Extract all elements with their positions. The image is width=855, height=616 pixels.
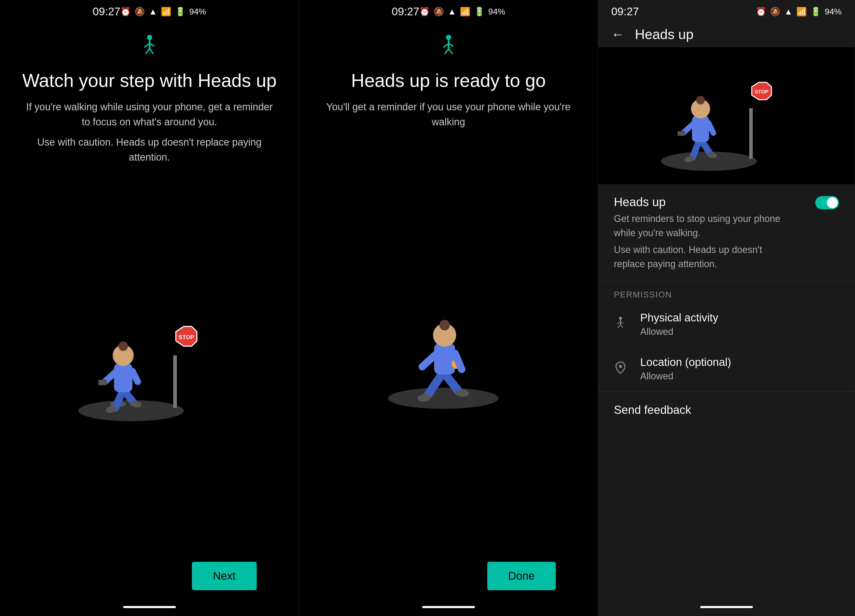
btn-area-2: Done: [320, 562, 577, 606]
svg-line-59: [621, 325, 623, 328]
svg-point-35: [439, 320, 450, 330]
heads-up-toggle[interactable]: [815, 196, 839, 209]
wifi-icon: ▲: [149, 7, 157, 17]
screen1-title: Watch your step with Heads up: [22, 69, 276, 92]
settings-illustration: STOP: [598, 48, 855, 184]
svg-line-26: [444, 49, 449, 54]
svg-rect-7: [173, 356, 177, 408]
btn-area-1: Next: [21, 562, 278, 606]
physical-activity-text: Physical activity Allowed: [640, 311, 718, 337]
svg-line-4: [146, 49, 150, 54]
signal-icon-2: 📶: [460, 6, 470, 17]
svg-point-49: [696, 96, 705, 104]
home-indicator-2: [422, 606, 475, 608]
svg-line-58: [618, 325, 621, 328]
battery-pct-3: 94%: [825, 7, 841, 17]
heads-up-title: Heads up: [614, 195, 815, 209]
illustration-1: STOP: [21, 165, 278, 562]
heads-up-setting-row: Heads up Get reminders to stop using you…: [598, 184, 855, 282]
home-indicator-1: [123, 606, 176, 608]
status-bar-1: 09:27 ⏰ 🔕 ▲ 📶 🔋 94%: [80, 0, 219, 21]
send-feedback-label: Send feedback: [614, 403, 691, 416]
status-icons-1: ⏰ 🔕 ▲ 📶 🔋 94%: [120, 6, 206, 17]
toggle-knob: [827, 197, 838, 208]
status-time-1: 09:27: [93, 5, 120, 18]
screen1-caution: Use with caution. Heads up doesn't repla…: [21, 135, 278, 165]
alarm-icon-3: ⏰: [756, 6, 766, 17]
svg-text:STOP: STOP: [755, 89, 768, 95]
status-bar-3: 09:27 ⏰ 🔕 ▲ 📶 🔋 94%: [598, 0, 855, 21]
screen-3: 09:27 ⏰ 🔕 ▲ 📶 🔋 94% ← Heads up STOP: [598, 0, 855, 616]
svg-point-28: [388, 388, 499, 409]
settings-page-title: Heads up: [635, 26, 694, 42]
walking-icon-1: [139, 34, 160, 59]
screen2-title: Heads up is ready to go: [351, 69, 546, 92]
permission-physical-activity[interactable]: Physical activity Allowed: [598, 302, 855, 347]
status-bar-2: 09:27 ⏰ 🔕 ▲ 📶 🔋 94%: [378, 0, 518, 21]
status-time-2: 09:27: [392, 5, 419, 18]
battery-icon: 🔋: [175, 6, 185, 17]
illustration-2: [320, 135, 577, 562]
screen2-subtitle: You'll get a reminder if you use your ph…: [320, 100, 577, 130]
svg-line-5: [150, 49, 153, 54]
location-status: Allowed: [640, 371, 731, 382]
settings-header: ← Heads up: [598, 21, 855, 48]
svg-rect-33: [434, 343, 455, 375]
permission-header-label: PERMISSION: [598, 282, 855, 302]
battery-pct-1: 94%: [189, 7, 206, 17]
home-indicator-3: [700, 606, 753, 608]
wifi-icon-2: ▲: [448, 7, 456, 17]
settings-body: Heads up Get reminders to stop using you…: [598, 184, 855, 606]
status-icons-3: ⏰ 🔕 ▲ 📶 🔋 94%: [756, 6, 841, 17]
svg-rect-52: [678, 131, 685, 135]
location-icon: [614, 361, 630, 377]
battery-icon-2: 🔋: [474, 6, 485, 17]
physical-activity-title: Physical activity: [640, 311, 718, 324]
signal-icon: 📶: [161, 6, 172, 17]
svg-line-21: [132, 371, 138, 382]
battery-pct-2: 94%: [488, 7, 505, 17]
back-button[interactable]: ←: [606, 24, 630, 44]
mute-icon-3: 🔕: [770, 6, 780, 17]
done-button[interactable]: Done: [487, 562, 556, 590]
alarm-icon: ⏰: [120, 6, 131, 17]
signal-icon-3: 📶: [796, 6, 807, 17]
permission-location[interactable]: Location (optional) Allowed: [598, 347, 855, 391]
physical-activity-icon: [614, 316, 630, 333]
status-time-3: 09:27: [611, 5, 639, 18]
mute-icon: 🔕: [135, 6, 145, 17]
svg-line-27: [449, 49, 452, 54]
svg-text:STOP: STOP: [178, 334, 194, 340]
status-icons-2: ⏰ 🔕 ▲ 📶 🔋 94%: [419, 6, 505, 17]
location-text: Location (optional) Allowed: [640, 356, 731, 382]
physical-activity-status: Allowed: [640, 326, 718, 337]
alarm-icon-2: ⏰: [419, 6, 430, 17]
svg-point-17: [118, 342, 128, 351]
next-button[interactable]: Next: [192, 562, 257, 590]
svg-point-0: [147, 35, 152, 40]
svg-point-60: [619, 365, 622, 368]
heads-up-desc2: Use with caution. Heads up doesn't repla…: [614, 243, 785, 271]
screen1-subtitle: If you're walking while using your phone…: [21, 100, 278, 130]
send-feedback-row[interactable]: Send feedback: [598, 391, 855, 428]
mute-icon-2: 🔕: [434, 6, 444, 17]
svg-rect-15: [114, 363, 132, 392]
screen-1: 09:27 ⏰ 🔕 ▲ 📶 🔋 94% Watch your step with…: [0, 0, 299, 616]
svg-point-22: [446, 35, 451, 40]
battery-icon-3: 🔋: [811, 6, 821, 17]
svg-rect-40: [749, 108, 752, 159]
svg-point-54: [619, 317, 622, 320]
walking-icon-2: [438, 34, 459, 59]
screen-2: 09:27 ⏰ 🔕 ▲ 📶 🔋 94% Heads up is ready to…: [299, 0, 598, 616]
heads-up-text: Heads up Get reminders to stop using you…: [614, 195, 815, 271]
svg-rect-47: [692, 116, 709, 142]
heads-up-desc1: Get reminders to stop using your phone w…: [614, 211, 785, 240]
svg-rect-20: [99, 380, 106, 385]
location-title: Location (optional): [640, 356, 731, 369]
wifi-icon-3: ▲: [784, 7, 793, 17]
